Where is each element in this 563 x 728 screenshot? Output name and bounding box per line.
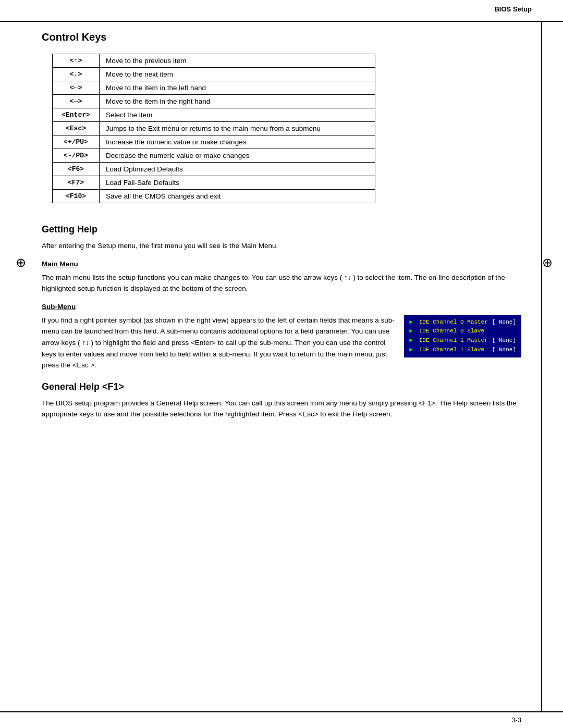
general-help-text: The BIOS setup program provides a Genera… bbox=[42, 398, 521, 420]
description-cell: Select the item bbox=[100, 108, 375, 122]
key-cell: <Esc> bbox=[53, 122, 100, 135]
description-cell: Save all the CMOS changes and exit bbox=[100, 190, 375, 203]
key-cell: <F6> bbox=[53, 163, 100, 176]
key-cell: <←> bbox=[53, 81, 100, 95]
ide-row: ▶IDE Channel 1 Slave[ None] bbox=[409, 346, 516, 355]
key-cell: <Enter> bbox=[53, 108, 100, 122]
description-cell: Move to the next item bbox=[100, 68, 375, 81]
key-cell: <↓> bbox=[53, 68, 100, 81]
table-row: <-/PD>Decrease the numeric value or make… bbox=[53, 149, 375, 163]
ide-label: IDE Channel 1 Slave bbox=[419, 346, 488, 355]
page-header: BIOS Setup bbox=[494, 5, 532, 13]
ide-value: [ None] bbox=[492, 318, 516, 327]
main-content: Control Keys <↑>Move to the previous ite… bbox=[42, 31, 521, 420]
bottom-border bbox=[0, 711, 563, 712]
ide-submenu-box: ▶IDE Channel 0 Master[ None]▶IDE Channel… bbox=[404, 315, 521, 357]
description-cell: Load Fail-Safe Defaults bbox=[100, 176, 375, 190]
ide-arrow-icon: ▶ bbox=[409, 318, 413, 327]
table-row: <→>Move to the item in the right hand bbox=[53, 95, 375, 108]
ide-label: IDE Channel 0 Slave bbox=[419, 327, 516, 336]
control-keys-table: <↑>Move to the previous item<↓>Move to t… bbox=[52, 54, 375, 203]
right-border bbox=[541, 21, 542, 712]
description-cell: Load Optimized Defaults bbox=[100, 163, 375, 176]
key-cell: <-/PD> bbox=[53, 149, 100, 163]
general-help-title: General Help <F1> bbox=[42, 381, 521, 392]
getting-help-title: Getting Help bbox=[42, 224, 521, 235]
key-cell: <+/PU> bbox=[53, 135, 100, 149]
key-cell: <↑> bbox=[53, 54, 100, 68]
table-row: <←>Move to the item in the left hand bbox=[53, 81, 375, 95]
main-menu-subtitle: Main Menu bbox=[42, 260, 521, 268]
table-row: <F6>Load Optimized Defaults bbox=[53, 163, 375, 176]
ide-label: IDE Channel 0 Master bbox=[419, 318, 488, 327]
control-keys-title: Control Keys bbox=[42, 31, 521, 43]
ide-row: ▶IDE Channel 0 Master[ None] bbox=[409, 318, 516, 327]
ide-arrow-icon: ▶ bbox=[409, 336, 413, 346]
ide-label: IDE Channel 1 Master bbox=[419, 336, 488, 346]
ide-value: [ None] bbox=[492, 346, 516, 355]
table-row: <+/PU>Increase the numeric value or make… bbox=[53, 135, 375, 149]
ide-row: ▶IDE Channel 1 Master[ None] bbox=[409, 336, 516, 346]
description-cell: Increase the numeric value or make chang… bbox=[100, 135, 375, 149]
description-cell: Move to the item in the left hand bbox=[100, 81, 375, 95]
table-row: <↓>Move to the next item bbox=[53, 68, 375, 81]
page-number: 3-3 bbox=[511, 716, 521, 724]
description-cell: Move to the item in the right hand bbox=[100, 95, 375, 108]
top-border bbox=[0, 21, 563, 22]
key-cell: <F7> bbox=[53, 176, 100, 190]
ide-arrow-icon: ▶ bbox=[409, 327, 413, 336]
description-cell: Move to the previous item bbox=[100, 54, 375, 68]
key-cell: <F10> bbox=[53, 190, 100, 203]
table-row: <Esc>Jumps to the Exit menu or returns t… bbox=[53, 122, 375, 135]
sub-menu-subtitle: Sub-Menu bbox=[42, 303, 521, 311]
table-row: <Enter>Select the item bbox=[53, 108, 375, 122]
ide-value: [ None] bbox=[492, 336, 516, 346]
table-row: <↑>Move to the previous item bbox=[53, 54, 375, 68]
ide-row: ▶IDE Channel 0 Slave bbox=[409, 327, 516, 336]
key-cell: <→> bbox=[53, 95, 100, 108]
sub-menu-content: ▶IDE Channel 0 Master[ None]▶IDE Channel… bbox=[42, 315, 521, 371]
table-row: <F10>Save all the CMOS changes and exit bbox=[53, 190, 375, 203]
ide-arrow-icon: ▶ bbox=[409, 346, 413, 355]
description-cell: Jumps to the Exit menu or returns to the… bbox=[100, 122, 375, 135]
table-row: <F7>Load Fail-Safe Defaults bbox=[53, 176, 375, 190]
description-cell: Decrease the numeric value or make chang… bbox=[100, 149, 375, 163]
crosshair-left-icon: ⊕ bbox=[16, 255, 26, 270]
main-menu-text: The main menu lists the setup functions … bbox=[42, 272, 521, 294]
header-title: BIOS Setup bbox=[494, 5, 532, 13]
crosshair-right-icon: ⊕ bbox=[542, 255, 553, 270]
getting-help-intro: After entering the Setup menu, the first… bbox=[42, 240, 521, 252]
